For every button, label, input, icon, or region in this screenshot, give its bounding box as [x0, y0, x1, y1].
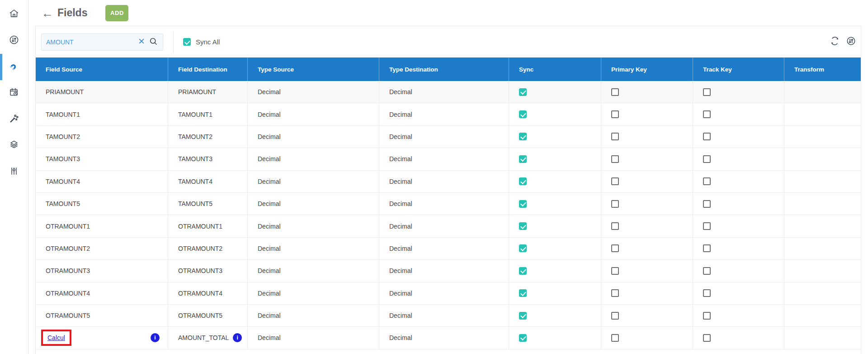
field-source-link[interactable]: Calcul — [47, 334, 65, 341]
sync-checkbox[interactable] — [519, 200, 527, 208]
field-destination-text: TAMOUNT1 — [178, 111, 212, 118]
track-key-checkbox[interactable] — [703, 88, 711, 96]
refresh-button[interactable] — [830, 36, 840, 48]
primary-key-checkbox[interactable] — [611, 222, 619, 230]
type-source-cell: Decimal — [248, 238, 379, 259]
sync-checkbox[interactable] — [519, 177, 527, 185]
track-key-checkbox[interactable] — [703, 133, 711, 140]
search-icon — [146, 37, 158, 48]
track-key-cell — [693, 148, 784, 170]
track-key-checkbox[interactable] — [703, 155, 711, 163]
primary-key-checkbox[interactable] — [611, 88, 619, 96]
field-destination-text: AMOUNT_TOTAL — [178, 334, 229, 341]
annotation-highlight-box: Calcul — [41, 330, 71, 346]
field-destination-cell: OTRAMOUNT1 — [168, 215, 248, 237]
track-key-checkbox[interactable] — [703, 200, 711, 208]
sync-direction-button[interactable] — [846, 36, 856, 48]
info-icon[interactable]: i — [151, 333, 160, 342]
table-row: TAMOUNT2TAMOUNT2DecimalDecimal — [36, 126, 861, 148]
info-icon[interactable]: i — [233, 333, 242, 342]
transfer-arrows-icon — [9, 34, 19, 47]
back-arrow[interactable]: ← — [42, 7, 53, 19]
search-submit-button[interactable] — [146, 37, 158, 48]
tuning-icon — [9, 166, 19, 178]
sync-checkbox[interactable] — [519, 312, 527, 320]
clear-search-button[interactable] — [137, 37, 146, 47]
column-header-primary-key[interactable]: Primary Key — [601, 57, 693, 81]
type-destination-text: Decimal — [389, 155, 412, 163]
track-key-checkbox[interactable] — [703, 334, 711, 342]
sync-checkbox[interactable] — [519, 133, 527, 140]
sync-checkbox[interactable] — [519, 289, 527, 297]
table-row: TAMOUNT4TAMOUNT4DecimalDecimal — [36, 171, 861, 193]
transform-cell — [784, 260, 861, 282]
primary-key-checkbox[interactable] — [611, 267, 619, 275]
type-source-cell: Decimal — [248, 215, 379, 237]
sync-checkbox[interactable] — [519, 334, 527, 342]
primary-key-checkbox[interactable] — [611, 244, 619, 252]
primary-key-checkbox[interactable] — [611, 312, 619, 320]
sidebar-item-mapping-tools[interactable] — [0, 106, 28, 133]
sidebar-item-schedule[interactable] — [0, 80, 28, 106]
sync-checkbox[interactable] — [519, 155, 527, 163]
sidebar-item-transfers[interactable] — [0, 28, 28, 54]
primary-key-checkbox[interactable] — [611, 177, 619, 185]
track-key-checkbox[interactable] — [703, 110, 711, 118]
track-key-checkbox[interactable] — [703, 267, 711, 275]
sidebar-item-home[interactable] — [0, 1, 28, 28]
sidebar-item-layers[interactable] — [0, 133, 28, 159]
column-header-type-destination[interactable]: Type Destination — [379, 57, 509, 81]
track-key-checkbox[interactable] — [703, 222, 711, 230]
sync-checkbox[interactable] — [519, 244, 527, 252]
sync-checkbox[interactable] — [519, 110, 527, 118]
primary-key-cell — [601, 327, 693, 349]
primary-key-cell — [601, 103, 693, 125]
column-header-transform[interactable]: Transform — [784, 57, 861, 81]
sidebar-item-connectors[interactable] — [0, 54, 28, 80]
refresh-icon — [830, 36, 840, 48]
field-source-cell: TAMOUNT2 — [36, 126, 168, 148]
track-key-checkbox[interactable] — [703, 244, 711, 252]
transform-cell — [784, 126, 861, 148]
column-header-sync[interactable]: Sync — [509, 57, 601, 81]
sync-checkbox[interactable] — [519, 88, 527, 96]
track-key-checkbox[interactable] — [703, 312, 711, 320]
type-source-cell: Decimal — [248, 171, 379, 192]
field-destination-cell: PRIAMOUNT — [168, 81, 248, 103]
track-key-checkbox[interactable] — [703, 177, 711, 185]
sync-all-checkbox[interactable] — [183, 38, 191, 46]
search-input[interactable] — [46, 38, 137, 46]
primary-key-checkbox[interactable] — [611, 200, 619, 208]
type-destination-cell: Decimal — [379, 193, 509, 215]
primary-key-checkbox[interactable] — [611, 289, 619, 297]
field-source-text: TAMOUNT5 — [46, 200, 80, 207]
type-source-cell: Decimal — [248, 126, 379, 148]
table-row: CalculiAMOUNT_TOTALiDecimalDecimal — [36, 327, 861, 349]
field-source-cell: OTRAMOUNT1 — [36, 215, 168, 237]
column-header-track-key[interactable]: Track Key — [693, 57, 784, 81]
sidebar-item-settings-tuning[interactable] — [0, 159, 28, 185]
type-destination-cell: Decimal — [379, 103, 509, 125]
sync-checkbox[interactable] — [519, 267, 527, 275]
track-key-checkbox[interactable] — [703, 289, 711, 297]
type-source-text: Decimal — [258, 312, 281, 319]
primary-key-checkbox[interactable] — [611, 110, 619, 118]
field-destination-text: OTRAMOUNT3 — [178, 267, 222, 274]
table-toolbar: Sync All — [36, 26, 861, 57]
add-button[interactable]: ADD — [105, 5, 128, 21]
column-header-type-source[interactable]: Type Source — [248, 57, 379, 81]
primary-key-checkbox[interactable] — [611, 155, 619, 163]
sync-cell — [509, 238, 601, 259]
primary-key-checkbox[interactable] — [611, 334, 619, 342]
sync-cell — [509, 103, 601, 125]
magnet-icon — [9, 61, 19, 73]
sync-checkbox[interactable] — [519, 222, 527, 230]
primary-key-checkbox[interactable] — [611, 133, 619, 140]
type-source-text: Decimal — [258, 290, 281, 297]
column-header-field-source[interactable]: Field Source — [36, 57, 168, 81]
column-header-field-destination[interactable]: Field Destination — [168, 57, 248, 81]
type-source-text: Decimal — [258, 88, 281, 96]
primary-key-cell — [601, 238, 693, 259]
primary-key-cell — [601, 81, 693, 103]
type-destination-text: Decimal — [389, 200, 412, 207]
